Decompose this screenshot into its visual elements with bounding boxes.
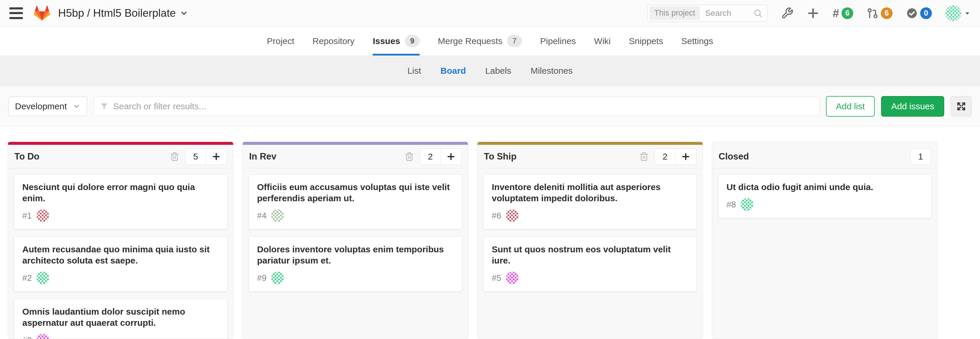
search-icon [753,8,762,18]
column-title: To Do [14,151,40,162]
issue-card[interactable]: Omnis laudantium dolor suscipit nemo asp… [14,299,228,339]
subtab-board[interactable]: Board [441,66,466,76]
issue-card[interactable]: Autem recusandae quo minima quia iusto s… [14,237,228,292]
assignee-avatar [741,198,754,211]
issue-card-title[interactable]: Omnis laudantium dolor suscipit nemo asp… [22,306,219,328]
assignee-avatar [271,272,284,285]
merge-request-icon [867,7,878,19]
todo-check-icon [906,7,918,19]
project-nav: Project Repository Issues9 Merge Request… [0,26,980,56]
mr-count-badge: 6 [881,7,892,19]
issue-card-title[interactable]: Nesciunt qui dolore error magni quo quia… [22,182,219,204]
add-card-button[interactable] [206,149,226,165]
assignee-avatar [37,209,49,222]
issue-number: #2 [22,273,32,283]
mr-tab-badge: 7 [507,35,522,47]
issue-card[interactable]: Inventore deleniti mollitia aut asperior… [483,174,697,229]
chevron-down-icon [73,102,80,110]
column-count-pill: 2 [420,148,461,165]
add-card-button[interactable] [441,149,461,165]
column-header: In Rev 2 [243,145,468,168]
search-scope-chip[interactable]: This project [650,6,700,20]
subtab-list[interactable]: List [407,66,421,76]
user-avatar [945,5,961,21]
new-plus-button[interactable] [807,7,819,19]
delete-list-button[interactable] [170,152,179,161]
todos-button[interactable]: 0 [906,7,932,19]
issues-hash-icon: # [833,7,839,19]
issue-card[interactable]: Nesciunt qui dolore error magni quo quia… [14,174,228,229]
issue-card-title[interactable]: Inventore deleniti mollitia aut asperior… [492,182,688,204]
tab-issues[interactable]: Issues9 [372,26,420,56]
board-filter-bar: Development Add list Add issues [0,86,980,127]
search-placeholder: Search [705,8,753,18]
assigned-issues-button[interactable]: # 6 [833,7,853,19]
board-column-todo: To Do 5 Nesciunt qui dolore error magni … [8,142,234,339]
issue-number: #5 [492,273,501,283]
issue-card-title[interactable]: Ut dicta odio fugit animi unde quia. [727,182,923,193]
trash-icon [170,152,179,161]
issue-count: 1 [910,149,931,165]
user-menu-button[interactable] [945,5,970,21]
issue-card-title[interactable]: Officiis eum accusamus voluptas qui iste… [257,182,453,204]
funnel-icon [100,102,108,111]
issue-card[interactable]: Officiis eum accusamus voluptas qui iste… [248,174,462,229]
add-card-icon [447,152,455,161]
add-list-button[interactable]: Add list [826,96,875,117]
global-search-box[interactable]: This project Search [647,5,768,22]
column-accent-bar [712,142,937,145]
milestone-dropdown[interactable]: Development [8,97,87,116]
issue-card[interactable]: Dolores inventore voluptas enim temporib… [248,237,462,292]
subtab-labels[interactable]: Labels [485,66,511,76]
tab-project[interactable]: Project [267,26,294,56]
issue-count: 2 [655,149,675,165]
filter-search-input[interactable] [113,101,813,111]
issue-card-title[interactable]: Dolores inventore voluptas enim temporib… [257,244,453,266]
hamburger-menu-icon[interactable] [10,7,23,19]
assignee-avatar [506,209,519,222]
add-card-button[interactable] [675,149,696,165]
issue-card[interactable]: Ut dicta odio fugit animi unde quia. #8 [718,174,932,218]
admin-wrench-button[interactable] [781,7,793,19]
column-title: In Rev [249,151,277,162]
board-column-inrev: In Rev 2 Officiis eum accusamus voluptas… [242,142,468,339]
issue-card[interactable]: Sunt ut quos nostrum eos voluptatum veli… [483,237,697,292]
column-count-pill: 1 [910,148,931,165]
wrench-icon [781,7,793,19]
issue-count: 2 [420,149,441,165]
fullscreen-button[interactable] [951,96,972,117]
issue-count: 5 [185,149,206,165]
todos-count-badge: 0 [920,7,932,19]
column-header: To Do 5 [8,145,233,168]
board-column-closed: Closed 1 Ut dicta odio fugit animi unde … [712,142,938,339]
issue-card-title[interactable]: Sunt ut quos nostrum eos voluptatum veli… [492,244,688,266]
card-list: Officiis eum accusamus voluptas qui iste… [243,168,468,339]
tab-repository[interactable]: Repository [312,26,355,56]
issues-sub-nav: List Board Labels Milestones [0,56,980,86]
issue-number: #6 [492,211,501,221]
tab-wiki[interactable]: Wiki [594,26,611,56]
tab-settings[interactable]: Settings [681,26,713,56]
tab-merge-requests[interactable]: Merge Requests7 [438,26,522,56]
assignee-avatar [37,334,49,339]
column-title: Closed [719,151,749,162]
delete-list-button[interactable] [405,152,414,161]
issues-count-badge: 6 [842,7,853,19]
plus-icon [807,7,819,19]
board-column-toship: To Ship 2 Inventore deleniti mollitia au… [477,142,703,339]
delete-list-button[interactable] [640,152,649,161]
subtab-milestones[interactable]: Milestones [530,66,573,76]
project-breadcrumb[interactable]: H5bp / Html5 Boilerplate [58,7,188,19]
issue-card-title[interactable]: Autem recusandae quo minima quia iusto s… [22,244,219,266]
assigned-mrs-button[interactable]: 6 [867,7,892,19]
add-issues-button[interactable]: Add issues [881,96,944,117]
tab-snippets[interactable]: Snippets [629,26,663,56]
navbar-actions: This project Search # 6 6 0 [647,5,970,22]
trash-icon [405,152,414,161]
gitlab-logo-icon[interactable] [33,5,51,21]
caret-down-icon [964,10,970,16]
assignee-avatar [506,272,519,285]
top-navbar: H5bp / Html5 Boilerplate This project Se… [0,0,980,26]
add-card-icon [681,152,690,161]
tab-pipelines[interactable]: Pipelines [540,26,576,56]
